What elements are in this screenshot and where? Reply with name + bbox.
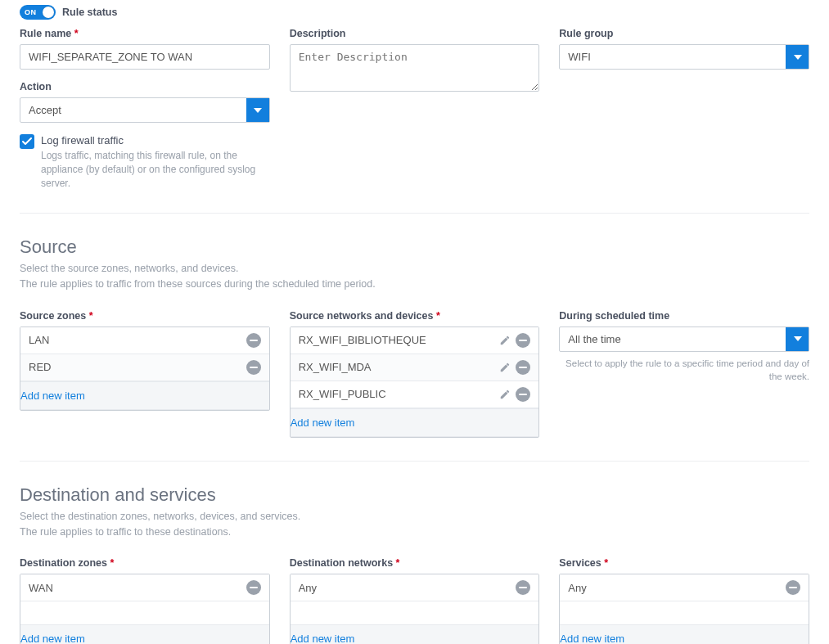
minus-icon <box>519 367 527 368</box>
pencil-icon[interactable] <box>499 389 511 400</box>
item-remove-button[interactable] <box>786 580 800 595</box>
destination-sub1: Select the destination zones, networks, … <box>20 509 809 525</box>
item-remove-button[interactable] <box>516 360 530 375</box>
source-heading: Source <box>20 236 809 258</box>
source-sub1: Select the source zones, networks, and d… <box>20 261 809 277</box>
minus-icon <box>250 587 258 588</box>
dest-zones-label: Destination zones * <box>20 557 270 569</box>
minus-icon <box>519 394 527 395</box>
log-traffic-label: Log firewall traffic <box>41 134 270 146</box>
item-remove-button[interactable] <box>516 387 530 402</box>
schedule-value: All the time <box>560 327 786 351</box>
list-spacer <box>20 601 269 624</box>
item-remove-button[interactable] <box>246 580 261 595</box>
minus-icon <box>519 587 527 588</box>
rule-name-label: Rule name * <box>20 28 270 39</box>
list-item-label: WAN <box>29 582 53 594</box>
list-item: Any <box>291 574 539 601</box>
list-item-label: Any <box>299 582 317 594</box>
list-item: LAN <box>20 327 269 354</box>
list-spacer <box>560 601 809 624</box>
add-new-item-button[interactable]: Add new item <box>291 624 539 644</box>
list-item-label: RED <box>29 361 51 373</box>
minus-icon <box>250 340 258 341</box>
list-item: Any <box>560 574 809 601</box>
source-zones-listbox: LANREDAdd new item <box>20 327 270 411</box>
divider <box>20 461 809 462</box>
description-textarea[interactable] <box>290 44 540 92</box>
check-icon <box>22 137 32 146</box>
rule-group-value: WIFI <box>560 45 786 69</box>
action-label: Action <box>20 81 270 92</box>
action-select[interactable]: Accept <box>20 97 270 123</box>
list-item: RX_WIFI_MDA <box>291 354 539 381</box>
chevron-down-icon <box>794 336 802 341</box>
log-traffic-checkbox[interactable] <box>20 134 34 149</box>
source-section: Source Select the source zones, networks… <box>20 236 809 438</box>
schedule-help: Select to apply the rule to a specific t… <box>559 357 809 383</box>
destination-heading: Destination and services <box>20 484 809 506</box>
list-item-label: LAN <box>29 334 49 346</box>
list-item-label: Any <box>568 582 586 594</box>
destination-sub2: The rule applies to traffic to these des… <box>20 525 809 540</box>
list-spacer <box>291 601 539 624</box>
schedule-label: During scheduled time <box>559 310 809 322</box>
rule-group-select[interactable]: WIFI <box>559 44 809 70</box>
source-sub2: The rule applies to traffic from these s… <box>20 277 809 292</box>
destination-section: Destination and services Select the dest… <box>20 484 809 644</box>
toggle-knob <box>43 7 54 18</box>
description-label: Description <box>290 28 540 39</box>
services-label: Services * <box>559 557 809 569</box>
item-remove-button[interactable] <box>246 360 261 375</box>
add-new-item-button[interactable]: Add new item <box>291 408 539 437</box>
source-networks-listbox: RX_WIFI_BIBLIOTHEQUERX_WIFI_MDARX_WIFI_P… <box>290 327 540 438</box>
item-remove-button[interactable] <box>516 580 530 595</box>
schedule-caret-button[interactable] <box>786 327 809 351</box>
divider <box>20 213 809 214</box>
chevron-down-icon <box>794 55 802 60</box>
minus-icon <box>250 367 258 368</box>
rule-name-input[interactable] <box>20 44 270 70</box>
action-caret-button[interactable] <box>246 98 269 122</box>
source-zones-label: Source zones * <box>20 310 270 322</box>
list-item: RX_WIFI_PUBLIC <box>291 381 539 408</box>
list-item: RED <box>20 354 269 381</box>
toggle-state-text: ON <box>25 8 37 16</box>
rule-status-toggle[interactable]: ON <box>20 5 56 20</box>
schedule-select[interactable]: All the time <box>559 327 809 352</box>
minus-icon <box>519 340 527 341</box>
chevron-down-icon <box>254 108 262 113</box>
item-remove-button[interactable] <box>516 333 530 348</box>
list-item: WAN <box>20 574 269 601</box>
list-item-label: RX_WIFI_MDA <box>299 361 372 373</box>
list-item-label: RX_WIFI_PUBLIC <box>299 388 386 400</box>
minus-icon <box>789 587 797 588</box>
rule-group-caret-button[interactable] <box>786 45 809 69</box>
services-listbox: AnyAdd new item <box>559 574 809 644</box>
pencil-icon[interactable] <box>499 335 511 346</box>
log-traffic-desc: Logs traffic, matching this firewall rul… <box>41 149 270 190</box>
pencil-icon[interactable] <box>499 362 511 373</box>
add-new-item-button[interactable]: Add new item <box>20 624 269 644</box>
rule-status-label: Rule status <box>62 7 117 18</box>
list-item: RX_WIFI_BIBLIOTHEQUE <box>291 327 539 354</box>
item-remove-button[interactable] <box>246 333 261 348</box>
add-new-item-button[interactable]: Add new item <box>20 381 269 410</box>
dest-zones-listbox: WANAdd new item <box>20 574 270 644</box>
rule-group-label: Rule group <box>559 28 809 39</box>
dest-networks-label: Destination networks * <box>290 557 540 569</box>
source-networks-label: Source networks and devices * <box>290 310 540 322</box>
action-value: Accept <box>20 98 246 122</box>
dest-networks-listbox: AnyAdd new item <box>290 574 540 644</box>
list-item-label: RX_WIFI_BIBLIOTHEQUE <box>299 334 426 346</box>
add-new-item-button[interactable]: Add new item <box>560 624 809 644</box>
